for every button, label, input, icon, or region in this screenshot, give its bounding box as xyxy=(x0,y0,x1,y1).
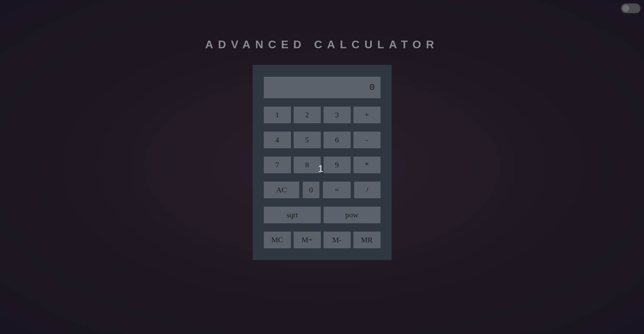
digit-6-button[interactable]: 6 xyxy=(324,132,351,148)
all-clear-button[interactable]: AC xyxy=(264,182,299,198)
minus-button[interactable]: - xyxy=(353,132,380,148)
plus-button[interactable]: + xyxy=(353,107,380,123)
digit-5-button[interactable]: 5 xyxy=(294,132,321,148)
multiply-button[interactable]: * xyxy=(353,157,380,173)
digit-8-button[interactable]: 8 xyxy=(294,157,321,173)
button-row-6: MC M+ M- MR xyxy=(264,232,380,248)
digit-4-button[interactable]: 4 xyxy=(264,132,291,148)
button-row-4: AC 0 = / xyxy=(264,182,380,198)
memory-subtract-button[interactable]: M- xyxy=(324,232,351,248)
digit-3-button[interactable]: 3 xyxy=(324,107,351,123)
button-row-5: sqrt pow xyxy=(264,207,380,223)
digit-1-button[interactable]: 1 xyxy=(264,107,291,123)
toggle-knob xyxy=(622,5,629,12)
memory-clear-button[interactable]: MC xyxy=(264,232,291,248)
button-row-2: 4 5 6 - xyxy=(264,132,380,148)
memory-add-button[interactable]: M+ xyxy=(294,232,321,248)
digit-2-button[interactable]: 2 xyxy=(294,107,321,123)
divide-button[interactable]: / xyxy=(354,182,380,198)
main-container: ADVANCED CALCULATOR 0 1 2 3 + 4 5 6 - 7 … xyxy=(0,0,644,260)
equals-button[interactable]: = xyxy=(323,182,351,198)
pow-button[interactable]: pow xyxy=(324,207,380,223)
digit-7-button[interactable]: 7 xyxy=(264,157,291,173)
calculator: 0 1 2 3 + 4 5 6 - 7 8 9 * AC 0 = / sqrt … xyxy=(253,65,392,260)
theme-toggle[interactable] xyxy=(621,3,641,13)
digit-9-button[interactable]: 9 xyxy=(324,157,351,173)
memory-recall-button[interactable]: MR xyxy=(353,232,380,248)
calculator-display: 0 xyxy=(264,77,380,98)
page-title: ADVANCED CALCULATOR xyxy=(205,38,439,51)
button-row-1: 1 2 3 + xyxy=(264,107,380,123)
digit-0-button[interactable]: 0 xyxy=(303,182,320,198)
sqrt-button[interactable]: sqrt xyxy=(264,207,321,223)
button-row-3: 7 8 9 * xyxy=(264,157,380,173)
